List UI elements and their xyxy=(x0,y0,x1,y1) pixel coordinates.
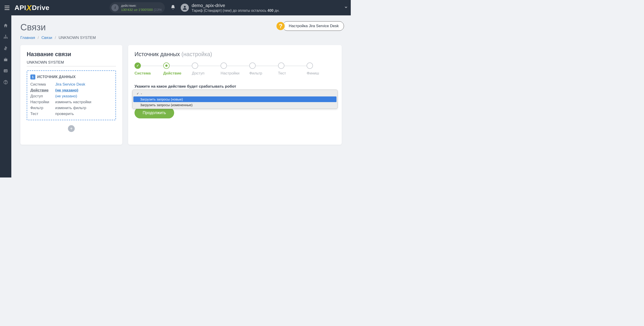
row-system-key: Система xyxy=(30,82,55,87)
svg-rect-8 xyxy=(6,71,7,71)
step-access[interactable]: Доступ xyxy=(192,62,220,76)
step-system[interactable]: Система xyxy=(134,62,163,76)
option-load-new[interactable]: Загрузить запросы (новые) xyxy=(133,96,336,102)
menu-icon[interactable] xyxy=(3,4,11,12)
sidebar-item-billing[interactable] xyxy=(0,42,11,54)
svg-rect-2 xyxy=(4,38,5,39)
chevron-down-icon[interactable] xyxy=(344,5,348,10)
sidebar-item-help[interactable] xyxy=(0,76,11,88)
main: ? Настройка Jira Service Desk Связи Глав… xyxy=(11,16,351,178)
svg-rect-1 xyxy=(5,35,6,36)
source-box: 1 ИСТОЧНИК ДАННЫХ Система Jira Service D… xyxy=(27,70,116,120)
row-system-val[interactable]: Jira Service Desk xyxy=(55,82,112,87)
card-source-config: Источник данных (настройка) Система Дейс… xyxy=(128,45,342,145)
topbar: APIXDrive i действия: 130'432 из 1'000'0… xyxy=(0,0,351,16)
breadcrumb-current: UNKNOWN SYSTEM xyxy=(59,36,96,40)
sidebar-item-links[interactable] xyxy=(0,31,11,42)
actions-of: из xyxy=(134,8,138,12)
continue-button[interactable]: Продолжить xyxy=(134,107,174,118)
svg-rect-7 xyxy=(6,70,7,70)
bell-icon[interactable] xyxy=(170,4,176,11)
option-none[interactable]: - xyxy=(133,91,336,96)
add-button[interactable]: + xyxy=(68,125,75,132)
actions-extra: (13% xyxy=(154,8,162,12)
steps: Система Действие Доступ Настройки xyxy=(134,62,335,76)
info-icon: i xyxy=(112,4,119,11)
svg-point-6 xyxy=(4,70,6,71)
breadcrumb-links[interactable]: Связи xyxy=(42,36,52,40)
step-filter[interactable]: Фильтр xyxy=(249,62,278,76)
row-test-key: Тест xyxy=(30,112,55,116)
actions-counter: i действия: 130'432 из 1'000'000 (13% xyxy=(110,2,165,13)
svg-rect-9 xyxy=(4,72,7,72)
avatar-icon xyxy=(181,4,189,12)
connection-name[interactable]: UNKNOWN SYSTEM xyxy=(27,58,116,66)
source-header: ИСТОЧНИК ДАННЫХ xyxy=(37,75,76,79)
row-settings-val[interactable]: изменить настройки xyxy=(55,100,112,104)
help-label: Настройка Jira Service Desk xyxy=(282,21,344,31)
step-finish[interactable]: Финиш xyxy=(306,62,335,76)
sidebar-item-home[interactable] xyxy=(0,20,11,31)
actions-total: 1'000'000 xyxy=(138,8,153,12)
action-prompt: Укажите на какое действие будет срабатыв… xyxy=(134,84,335,89)
breadcrumb-home[interactable]: Главная xyxy=(20,36,35,40)
card-left-title: Название связи xyxy=(27,51,116,58)
actions-count: 130'432 xyxy=(121,8,133,12)
badge-num: 1 xyxy=(30,74,35,80)
step-test[interactable]: Тест xyxy=(278,62,307,76)
sidebar xyxy=(0,16,11,178)
card-connection: Название связи UNKNOWN SYSTEM 1 ИСТОЧНИК… xyxy=(20,45,122,145)
row-test-val[interactable]: проверить xyxy=(55,112,112,116)
row-action-key: Действие xyxy=(30,88,55,92)
svg-point-0 xyxy=(184,6,186,8)
svg-point-11 xyxy=(6,83,6,84)
logo[interactable]: APIXDrive xyxy=(14,4,49,12)
sidebar-item-card[interactable] xyxy=(0,65,11,76)
action-dropdown: - Загрузить запросы (новые) Загрузить за… xyxy=(132,90,338,109)
card-right-title: Источник данных (настройка) xyxy=(134,51,335,58)
step-settings[interactable]: Настройки xyxy=(220,62,249,76)
breadcrumb: Главная / Связи / UNKNOWN SYSTEM xyxy=(20,36,342,40)
row-filter-val[interactable]: изменить фильтр xyxy=(55,106,112,110)
help-pill[interactable]: ? Настройка Jira Service Desk xyxy=(276,21,344,31)
option-load-changed[interactable]: Загрузить запросы (измененные) xyxy=(133,102,336,108)
row-action-val[interactable]: (не указано) xyxy=(55,88,112,92)
row-access-key: Доступ xyxy=(30,94,55,98)
user-tariff: Тариф |Стандарт| (new) до оплаты осталос… xyxy=(192,8,280,13)
user-name: demo_apix-drive xyxy=(192,3,280,8)
sidebar-item-briefcase[interactable] xyxy=(0,54,11,65)
row-settings-key: Настройки xyxy=(30,100,55,104)
svg-rect-3 xyxy=(5,38,6,39)
svg-rect-4 xyxy=(7,38,8,39)
row-filter-key: Фильтр xyxy=(30,106,55,110)
actions-label: действия: xyxy=(121,4,162,8)
user-block[interactable]: demo_apix-drive Тариф |Стандарт| (new) д… xyxy=(181,3,280,13)
row-access-val[interactable]: (не указано) xyxy=(55,94,112,98)
step-action[interactable]: Действие xyxy=(163,62,192,76)
